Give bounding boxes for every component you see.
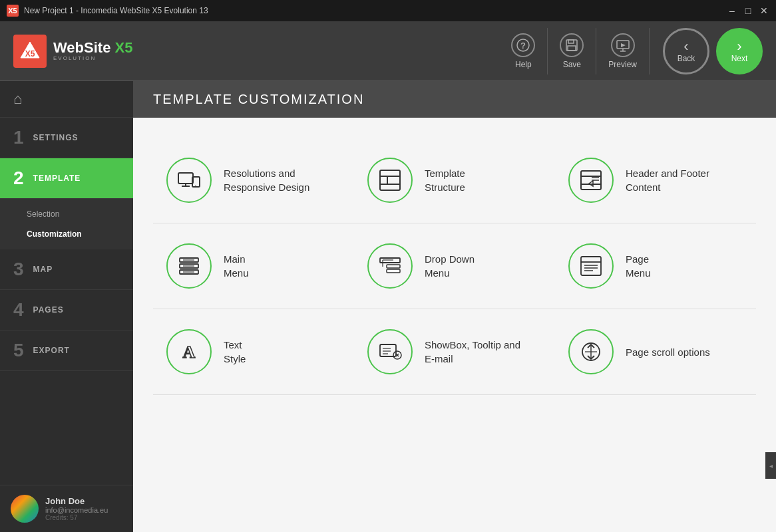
window-title: New Project 1 - Incomedia WebSite X5 Evo… <box>24 6 208 15</box>
svg-marker-10 <box>621 43 626 47</box>
main-menu-icon <box>166 243 212 289</box>
sidebar-item-pages[interactable]: 4 PAGES <box>0 290 133 331</box>
main-layout: ⌂ 1 SETTINGS 2 TEMPLATE Selection Custom… <box>0 81 776 532</box>
option-page-menu[interactable]: PageMenu <box>555 223 756 309</box>
minimize-button[interactable]: – <box>727 5 737 16</box>
sidebar-label-map: MAP <box>33 265 53 274</box>
preview-button[interactable]: Preview <box>596 28 650 74</box>
toolbar-actions: ? Help Save <box>499 28 650 74</box>
template-structure-label: TemplateStructure <box>425 166 465 194</box>
svg-rect-34 <box>387 269 400 273</box>
text-style-icon: A <box>166 329 212 374</box>
back-button[interactable]: ‹ Back <box>663 28 709 74</box>
save-button[interactable]: Save <box>548 28 596 74</box>
user-email: info@incomedia.eu <box>45 506 122 514</box>
option-main-menu[interactable]: MainMenu <box>153 223 354 309</box>
user-name: John Doe <box>45 496 122 506</box>
svg-rect-33 <box>387 265 400 268</box>
option-dropdown-menu[interactable]: Drop DownMenu <box>354 223 555 309</box>
sidebar-item-settings[interactable]: 1 SETTINGS <box>0 118 133 158</box>
svg-rect-16 <box>380 170 400 190</box>
page-title: TEMPLATE CUSTOMIZATION <box>133 81 776 118</box>
dropdown-menu-label: Drop DownMenu <box>425 252 475 280</box>
responsive-icon <box>166 158 212 203</box>
help-label: Help <box>515 60 532 69</box>
svg-text:X5: X5 <box>25 49 35 59</box>
sidebar-sub-item-selection[interactable]: Selection <box>0 204 133 224</box>
next-label: Next <box>731 54 748 63</box>
next-button[interactable]: › Next <box>716 28 763 74</box>
sidebar-item-home[interactable]: ⌂ <box>0 81 133 118</box>
sidebar-item-template[interactable]: 2 TEMPLATE <box>0 158 133 199</box>
sidebar-sub-item-customization[interactable]: Customization <box>0 224 133 244</box>
preview-icon <box>611 33 635 57</box>
help-button[interactable]: ? Help <box>499 28 548 74</box>
showbox-label: ShowBox, Tooltip andE-mail <box>425 338 520 366</box>
sidebar-label-pages: PAGES <box>33 305 64 315</box>
sidebar-label-settings: SETTINGS <box>33 133 79 142</box>
option-resolutions[interactable]: Resolutions andResponsive Design <box>153 138 354 223</box>
maximize-button[interactable]: □ <box>743 5 753 16</box>
sidebar-sub-template: Selection Customization <box>0 199 133 249</box>
logo-icon: X5 <box>18 39 42 63</box>
text-style-label: TextStyle <box>224 338 246 366</box>
svg-text:?: ? <box>520 41 526 51</box>
svg-rect-11 <box>178 173 193 184</box>
option-template-structure[interactable]: TemplateStructure <box>354 138 555 223</box>
option-header-footer[interactable]: Header and FooterContent <box>555 138 756 223</box>
toolbar: X5 WebSite X5 EVOLUTION ? Help <box>0 21 776 81</box>
resolutions-label: Resolutions andResponsive Design <box>224 166 309 194</box>
svg-rect-6 <box>568 46 576 51</box>
logo-box: X5 <box>13 35 47 68</box>
sidebar-label-template: TEMPLATE <box>33 174 81 183</box>
preview-label: Preview <box>608 60 637 69</box>
user-area: John Doe info@incomedia.eu Credits: 57 <box>0 485 133 532</box>
user-avatar <box>11 495 39 523</box>
option-showbox[interactable]: ShowBox, Tooltip andE-mail <box>354 309 555 395</box>
nav-buttons: ‹ Back › Next <box>656 28 763 74</box>
close-button[interactable]: ✕ <box>759 5 769 16</box>
save-label: Save <box>563 60 581 69</box>
page-scroll-icon <box>568 329 614 374</box>
page-scroll-label: Page scroll options <box>626 345 710 359</box>
save-icon-svg <box>564 38 579 53</box>
content-body: Resolutions andResponsive Design Templat… <box>133 118 776 532</box>
content-area: TEMPLATE CUSTOMIZATION Resolutions a <box>133 81 776 532</box>
back-arrow-icon: ‹ <box>683 39 688 54</box>
user-info: John Doe info@incomedia.eu Credits: 57 <box>45 496 122 521</box>
help-icon: ? <box>511 33 535 57</box>
logo-text: WebSite X5 EVOLUTION <box>53 41 132 61</box>
preview-icon-svg <box>616 38 630 53</box>
titlebar: X5 New Project 1 - Incomedia WebSite X5 … <box>0 0 776 21</box>
save-icon <box>560 33 584 57</box>
back-label: Back <box>678 54 695 63</box>
app-icon: X5 <box>7 5 19 17</box>
header-footer-icon <box>568 158 614 203</box>
sidebar-item-export[interactable]: 5 EXPORT <box>0 331 133 371</box>
sidebar: ⌂ 1 SETTINGS 2 TEMPLATE Selection Custom… <box>0 81 133 532</box>
help-icon-svg: ? <box>516 39 530 52</box>
showbox-icon <box>367 329 413 374</box>
sidebar-item-map[interactable]: 3 MAP <box>0 249 133 290</box>
home-icon: ⌂ <box>13 90 22 108</box>
options-grid: Resolutions andResponsive Design Templat… <box>153 138 756 395</box>
svg-text:A: A <box>183 342 196 362</box>
template-structure-icon <box>367 158 413 203</box>
dropdown-menu-icon <box>367 243 413 289</box>
option-page-scroll[interactable]: Page scroll options <box>555 309 756 395</box>
main-menu-label: MainMenu <box>224 252 249 280</box>
window-controls: – □ ✕ <box>727 5 769 16</box>
svg-rect-5 <box>568 40 574 43</box>
svg-rect-37 <box>581 257 601 275</box>
sidebar-label-export: EXPORT <box>33 346 70 355</box>
logo: X5 WebSite X5 EVOLUTION <box>13 35 132 68</box>
user-credits: Credits: 57 <box>45 514 122 521</box>
page-menu-label: PageMenu <box>626 252 651 280</box>
option-text-style[interactable]: A TextStyle <box>153 309 354 395</box>
next-arrow-icon: › <box>737 39 741 54</box>
page-menu-icon <box>568 243 614 289</box>
header-footer-label: Header and FooterContent <box>626 166 709 194</box>
